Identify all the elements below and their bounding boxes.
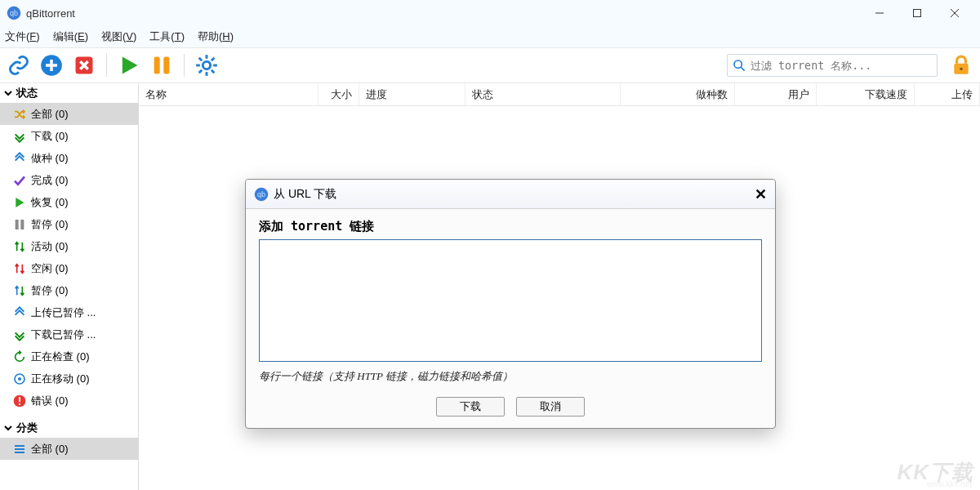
svg-point-35 [19,403,20,404]
svg-point-27 [960,68,962,70]
sidebar-item-label: 恢复 (0) [31,195,69,210]
sidebar-item-download-paused[interactable]: 下载已暂停 ... [0,323,138,345]
sidebar-category-all[interactable]: 全部 (0) [0,438,138,460]
status-group-header[interactable]: 状态 [0,83,138,103]
updown-red-icon [13,262,26,275]
category-group-label: 分类 [16,421,38,435]
svg-marker-12 [122,57,138,74]
svg-line-20 [199,58,203,61]
status-group-label: 状态 [16,86,38,100]
col-progress[interactable]: 进度 [359,83,466,105]
menu-edit[interactable]: 编辑(E) [53,29,88,44]
col-upspeed[interactable]: 上传 [915,83,980,105]
lock-button[interactable] [947,51,975,79]
svg-text:qb: qb [10,9,18,17]
pause-button[interactable] [148,51,176,79]
sidebar-item-upload-paused[interactable]: 上传已暂停 ... [0,301,138,323]
error-icon [13,394,26,408]
svg-marker-28 [16,198,24,207]
svg-text:qb: qb [257,190,265,198]
menu-tools[interactable]: 工具(T) [149,29,185,44]
svg-line-22 [199,70,203,74]
sidebar-item-download[interactable]: 下载 (0) [0,125,138,147]
search-input[interactable] [751,60,932,72]
upload-paused-icon [13,306,26,319]
sidebar-item-idle[interactable]: 空闲 (0) [0,257,138,279]
dialog-hint: 每行一个链接（支持 HTTP 链接，磁力链接和哈希值） [259,369,762,384]
sidebar-item-label: 正在检查 (0) [31,350,90,364]
col-size[interactable]: 大小 [318,83,359,105]
sidebar-item-moving[interactable]: 正在移动 (0) [0,368,138,390]
category-group-header[interactable]: 分类 [0,418,138,438]
sidebar-item-label: 错误 (0) [31,394,69,408]
sidebar-item-label: 全部 (0) [31,107,69,122]
sidebar-item-label: 完成 (0) [31,173,69,188]
col-state[interactable]: 状态 [466,83,621,105]
sidebar-item-complete[interactable]: 完成 (0) [0,169,138,191]
upload-icon [13,152,26,165]
sidebar-item-seed[interactable]: 做种 (0) [0,147,138,169]
col-dlspeed[interactable]: 下载速度 [817,83,915,105]
chevron-down-icon [3,423,13,433]
refresh-icon [13,350,26,363]
col-peers[interactable]: 用户 [735,83,817,105]
search-icon [733,59,746,72]
toolbar [0,47,980,83]
titlebar: qb qBittorrent [0,0,980,26]
svg-rect-14 [163,57,169,74]
menu-file[interactable]: 文件(F) [5,29,40,44]
sidebar-item-label: 活动 (0) [31,239,69,254]
sidebar-item-all[interactable]: 全部 (0) [0,103,138,125]
add-link-button[interactable] [5,51,33,79]
checkmark-icon [13,174,26,187]
dialog-title: 从 URL 下载 [274,187,336,202]
sidebar-item-error[interactable]: 错误 (0) [0,390,138,412]
download-url-dialog: qb 从 URL 下载 ✕ 添加 torrent 链接 每行一个链接（支持 HT… [245,179,776,429]
sidebar-item-label: 空闲 (0) [31,261,69,276]
watermark-url: www.kkx.net [926,479,972,488]
svg-line-21 [212,70,215,74]
minimize-button[interactable] [861,0,898,26]
add-torrent-button[interactable] [38,51,65,79]
col-name[interactable]: 名称 [139,83,318,105]
sidebar-item-resume[interactable]: 恢复 (0) [0,191,138,213]
dialog-close-button[interactable]: ✕ [755,185,767,203]
url-textarea[interactable] [259,239,762,362]
dialog-titlebar: qb 从 URL 下载 ✕ [246,180,775,209]
sidebar-item-stalled[interactable]: 暂停 (0) [0,279,138,301]
chevron-down-icon [3,88,13,98]
search-box[interactable] [727,54,938,77]
close-button[interactable] [936,0,973,26]
maximize-button[interactable] [898,0,936,26]
column-header-row: 名称 大小 进度 状态 做种数 用户 下载速度 上传 [139,83,980,106]
list-icon [13,443,26,456]
menubar: 文件(F) 编辑(E) 视图(V) 工具(T) 帮助(H) [0,26,980,47]
sidebar-item-checking[interactable]: 正在检查 (0) [0,345,138,368]
sidebar-item-label: 做种 (0) [31,151,69,166]
svg-rect-29 [16,220,19,229]
menu-help[interactable]: 帮助(H) [198,29,234,44]
dialog-label: 添加 torrent 链接 [259,219,762,234]
delete-button[interactable] [70,51,98,79]
sidebar-item-label: 全部 (0) [31,442,69,457]
col-seeds[interactable]: 做种数 [621,83,735,105]
sidebar: 状态 全部 (0) 下载 (0) 做种 (0) 完成 (0) 恢复 (0) 暂停… [0,83,139,490]
app-logo-icon: qb [7,6,21,20]
svg-line-23 [212,58,215,61]
sidebar-item-active[interactable]: 活动 (0) [0,235,138,257]
sidebar-item-label: 下载 (0) [31,129,69,144]
sidebar-item-label: 正在移动 (0) [31,372,90,386]
menu-view[interactable]: 视图(V) [101,29,136,44]
dialog-cancel-button[interactable]: 取消 [516,397,585,416]
svg-rect-3 [914,10,921,17]
svg-line-25 [741,67,745,71]
resume-button[interactable] [115,51,143,79]
sidebar-item-paused[interactable]: 暂停 (0) [0,213,138,235]
sidebar-item-label: 暂停 (0) [31,283,69,298]
sidebar-item-label: 暂停 (0) [31,217,69,232]
dialog-download-button[interactable]: 下载 [436,397,505,416]
play-icon [13,196,26,209]
pause-icon [13,218,26,231]
moving-icon [13,372,26,385]
settings-button[interactable] [193,51,220,79]
